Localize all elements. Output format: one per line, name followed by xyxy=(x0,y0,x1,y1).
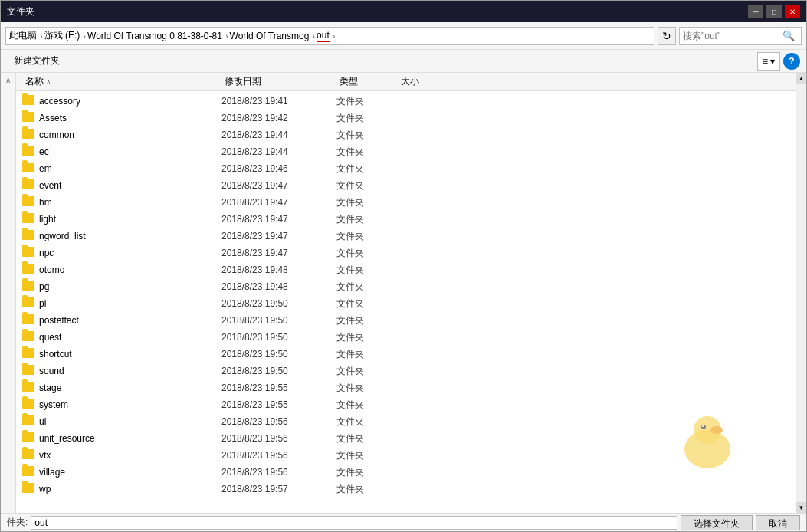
file-type-cell: 文件夹 xyxy=(336,365,398,378)
file-name-cell: hm xyxy=(22,196,221,209)
breadcrumb-item-folder[interactable]: World Of Transmog › xyxy=(230,31,317,41)
table-row[interactable]: ngword_list 2018/8/23 19:47 文件夹 xyxy=(16,228,796,245)
search-input[interactable] xyxy=(683,31,782,41)
collapse-arrow-icon[interactable]: ∧ xyxy=(5,76,11,84)
file-name: ngword_list xyxy=(39,231,86,241)
col-header-type[interactable]: 类型 xyxy=(336,73,398,90)
file-name-cell: stage xyxy=(22,382,221,394)
file-type-cell: 文件夹 xyxy=(336,281,398,294)
file-type-cell: 文件夹 xyxy=(336,179,398,192)
table-row[interactable]: light 2018/8/23 19:47 文件夹 xyxy=(16,211,796,228)
file-name: event xyxy=(39,180,61,191)
breadcrumb-item-pc[interactable]: 此电脑 › xyxy=(9,29,44,42)
status-input[interactable] xyxy=(31,516,677,530)
file-type-cell: 文件夹 xyxy=(336,415,398,429)
minimize-button[interactable]: ─ xyxy=(748,5,763,18)
file-type-cell: 文件夹 xyxy=(336,466,398,479)
folder-icon xyxy=(22,95,36,107)
file-type-cell: 文件夹 xyxy=(336,129,398,142)
file-name-cell: em xyxy=(22,163,221,175)
file-name: pl xyxy=(39,298,46,309)
table-row[interactable]: posteffect 2018/8/23 19:50 文件夹 xyxy=(16,312,796,329)
table-row[interactable]: unit_resource 2018/8/23 19:56 文件夹 xyxy=(16,430,796,447)
table-row[interactable]: village 2018/8/23 19:56 文件夹 xyxy=(16,464,796,481)
scroll-up-button[interactable]: ▲ xyxy=(796,73,807,84)
file-date-cell: 2018/8/23 19:47 xyxy=(221,214,336,225)
table-row[interactable]: wp 2018/8/23 19:57 文件夹 xyxy=(16,481,796,498)
new-folder-button[interactable]: 新建文件夹 xyxy=(7,52,67,71)
table-row[interactable]: pg 2018/8/23 19:48 文件夹 xyxy=(16,278,796,295)
file-name: hm xyxy=(39,197,52,208)
scroll-down-button[interactable]: ▼ xyxy=(796,502,807,513)
file-name-cell: vfx xyxy=(22,449,221,461)
table-row[interactable]: stage 2018/8/23 19:55 文件夹 xyxy=(16,379,796,396)
folder-icon xyxy=(22,264,36,276)
table-row[interactable]: quest 2018/8/23 19:50 文件夹 xyxy=(16,329,796,346)
file-type-cell: 文件夹 xyxy=(336,146,398,159)
col-header-date[interactable]: 修改日期 xyxy=(221,73,336,90)
table-row[interactable]: system 2018/8/23 19:55 文件夹 xyxy=(16,396,796,413)
breadcrumb-label-game: World Of Transmog 0.81-38-0-81 xyxy=(87,31,222,41)
folder-icon xyxy=(22,179,36,192)
file-name-cell: sound xyxy=(22,365,221,377)
status-buttons: 选择文件夹 取消 xyxy=(681,515,800,530)
breadcrumb-sep-1: › xyxy=(40,31,43,41)
table-row[interactable]: otomo 2018/8/23 19:48 文件夹 xyxy=(16,261,796,278)
col-header-size[interactable]: 大小 xyxy=(398,73,459,90)
folder-icon xyxy=(22,213,36,225)
table-row[interactable]: event 2018/8/23 19:47 文件夹 xyxy=(16,177,796,194)
breadcrumb-item-current[interactable]: out › xyxy=(317,30,336,42)
view-toggle-button[interactable]: ≡ ▾ xyxy=(757,52,780,71)
col-type-label: 类型 xyxy=(340,75,358,88)
file-name: em xyxy=(39,163,52,174)
breadcrumb[interactable]: 此电脑 › 游戏 (E:) › World Of Transmog 0.81-3… xyxy=(5,27,654,45)
table-row[interactable]: ui 2018/8/23 19:56 文件夹 xyxy=(16,413,796,430)
file-date-cell: 2018/8/23 19:50 xyxy=(221,349,336,360)
table-row[interactable]: sound 2018/8/23 19:50 文件夹 xyxy=(16,363,796,379)
table-row[interactable]: Assets 2018/8/23 19:42 文件夹 xyxy=(16,110,796,126)
breadcrumb-sep-3: › xyxy=(225,31,228,41)
file-type-cell: 文件夹 xyxy=(336,264,398,277)
window: 文件夹 ─ □ ✕ 此电脑 › 游戏 (E:) › World Of Trans… xyxy=(0,0,807,532)
select-folder-button[interactable]: 选择文件夹 xyxy=(681,515,753,530)
table-row[interactable]: em 2018/8/23 19:46 文件夹 xyxy=(16,160,796,177)
right-scroll-area: ▲ ▼ xyxy=(796,73,806,513)
file-name: otomo xyxy=(39,264,64,275)
table-row[interactable]: pl 2018/8/23 19:50 文件夹 xyxy=(16,295,796,312)
file-name: npc xyxy=(39,248,54,258)
file-name-cell: system xyxy=(22,399,221,411)
table-row[interactable]: accessory 2018/8/23 19:41 文件夹 xyxy=(16,93,796,110)
new-folder-label: 新建文件夹 xyxy=(14,54,60,67)
table-row[interactable]: common 2018/8/23 19:44 文件夹 xyxy=(16,126,796,143)
file-name: posteffect xyxy=(39,315,79,326)
folder-icon xyxy=(22,466,36,478)
file-name-cell: shortcut xyxy=(22,348,221,360)
file-date-cell: 2018/8/23 19:55 xyxy=(221,383,336,393)
table-row[interactable]: vfx 2018/8/23 19:56 文件夹 xyxy=(16,447,796,464)
table-row[interactable]: hm 2018/8/23 19:47 文件夹 xyxy=(16,194,796,211)
folder-icon xyxy=(22,331,36,343)
window-title: 文件夹 xyxy=(7,5,748,18)
file-date-cell: 2018/8/23 19:48 xyxy=(221,264,336,275)
file-date-cell: 2018/8/23 19:50 xyxy=(221,298,336,309)
table-row[interactable]: shortcut 2018/8/23 19:50 文件夹 xyxy=(16,346,796,363)
breadcrumb-item-drive[interactable]: 游戏 (E:) › xyxy=(44,29,87,42)
file-date-cell: 2018/8/23 19:47 xyxy=(221,197,336,208)
file-list[interactable]: accessory 2018/8/23 19:41 文件夹 Assets 201… xyxy=(16,91,796,513)
window-controls: ─ □ ✕ xyxy=(748,5,800,18)
col-header-name[interactable]: 名称 ∧ xyxy=(22,73,221,90)
file-name-cell: ngword_list xyxy=(22,230,221,242)
table-row[interactable]: ec 2018/8/23 19:44 文件夹 xyxy=(16,143,796,160)
cancel-button[interactable]: 取消 xyxy=(756,515,800,530)
refresh-button[interactable]: ↻ xyxy=(658,27,676,45)
folder-icon xyxy=(22,196,36,209)
file-name: shortcut xyxy=(39,349,72,360)
maximize-button[interactable]: □ xyxy=(766,5,782,18)
file-name-cell: quest xyxy=(22,331,221,343)
close-button[interactable]: ✕ xyxy=(785,5,800,18)
help-button[interactable]: ? xyxy=(783,53,800,70)
breadcrumb-item-game[interactable]: World Of Transmog 0.81-38-0-81 › xyxy=(87,31,230,41)
status-label: 件夹: xyxy=(7,516,28,529)
search-icon[interactable]: 🔍 xyxy=(782,30,795,41)
table-row[interactable]: npc 2018/8/23 19:47 文件夹 xyxy=(16,245,796,261)
